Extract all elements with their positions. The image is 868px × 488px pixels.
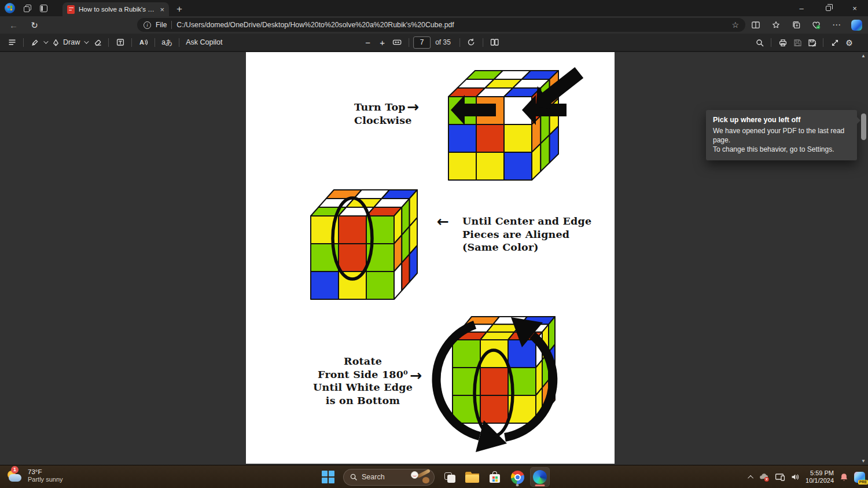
page-count-label: of 35 [435,38,451,46]
pdf-toolbar-center: − + of 35 [361,35,502,50]
new-tab-button[interactable]: + [172,2,186,16]
highlighter-tool[interactable] [28,35,49,50]
rubiks-cube-rotate [425,309,564,454]
address-bar[interactable]: i File C:/Users/domed/OneDrive/Desktop/H… [137,18,745,32]
collections-icon[interactable] [788,17,804,33]
draw-label: Draw [63,38,80,46]
maximize-button[interactable] [815,0,841,16]
draw-tool[interactable]: Draw [49,35,90,50]
taskbar-clock[interactable]: 5:59 PM 10/1/2024 [806,469,834,485]
ask-copilot-button[interactable]: Ask Copilot [183,35,225,50]
bookmark-star-icon[interactable]: ☆ [731,20,739,30]
tab-title: How to solve a Rubik's Cube.pdf [79,6,156,13]
windows-logo-icon [322,471,334,483]
copilot-icon[interactable] [849,17,865,33]
chevron-down-icon[interactable] [84,39,89,43]
workspaces-icon[interactable] [24,5,31,12]
table-of-contents-icon[interactable] [5,35,19,50]
start-button[interactable] [318,467,338,487]
pdf-label-line: Turn Top [354,101,412,114]
close-button[interactable]: × [841,0,868,16]
chrome-button[interactable] [507,467,527,487]
edge-button[interactable] [530,467,550,487]
right-arrow-glyph: → [410,367,422,384]
scroll-down-icon[interactable]: ▼ [859,458,868,464]
more-menu-icon[interactable]: ⋯ [829,17,844,33]
read-aloud-tool[interactable]: A [136,35,150,50]
save-as-icon[interactable] [804,35,819,50]
volume-icon[interactable] [790,472,800,482]
back-button[interactable]: ← [6,17,21,33]
vertical-tabs-icon[interactable] [40,5,47,12]
chevron-down-icon[interactable] [43,39,48,43]
refresh-button[interactable]: ↻ [27,17,42,33]
page-number-input[interactable] [413,36,431,49]
save-icon [790,35,804,50]
pdf-label-line: Front Side 180⁰ [299,368,426,381]
fullscreen-icon[interactable] [827,35,842,50]
navbar-action-icons: ⋯ [748,16,865,34]
task-view-button[interactable] [440,467,459,487]
cast-device-icon[interactable] [775,472,785,482]
clock-date: 10/1/2024 [806,477,834,485]
file-protocol-label: File [156,21,167,29]
pdf-toolbar-right: ⚙ [752,34,856,52]
minimize-button[interactable]: – [788,0,815,16]
browser-tab[interactable]: How to solve a Rubik's Cube.pdf × [62,2,169,16]
tooltip-title: Pick up where you left off [713,115,850,124]
pdf-favicon [67,5,75,14]
url-text[interactable]: C:/Users/domed/OneDrive/Desktop/How%20to… [176,21,727,29]
notification-bell-icon[interactable] [839,472,849,482]
pdf-page: Turn TopClockwise → ← Until Center and E… [246,52,615,464]
tab-close-icon[interactable]: × [160,6,164,13]
clock-time: 5:59 PM [806,469,834,478]
fit-to-width-button[interactable] [389,35,404,50]
page-view-button[interactable] [487,35,502,50]
taskbar-center: Search [318,465,550,488]
zoom-in-button[interactable]: + [375,35,389,50]
translate-tool[interactable]: aあ [159,35,175,50]
browser-essentials-icon[interactable] [808,17,824,33]
file-explorer-button[interactable] [462,467,482,487]
microsoft-store-button[interactable] [485,467,505,487]
pdf-label-line: (Same Color) [462,241,591,254]
onedrive-error-icon[interactable] [759,472,770,482]
pdf-label-line: Pieces are Aligned [462,228,591,241]
scrollbar[interactable]: ▲ ▼ [859,52,868,465]
hidden-icons-chevron[interactable] [748,475,753,480]
browser-titlebar: How to solve a Rubik's Cube.pdf × + – × [0,0,868,16]
add-text-tool[interactable] [113,35,127,50]
rotate-button[interactable] [464,35,479,50]
search-label: Search [362,473,407,481]
scrollbar-thumb[interactable] [861,113,866,140]
tooltip-line1: We have opened your PDF to the last read… [713,126,850,145]
search-icon [350,473,358,481]
pdf-label-line: Rotate [299,355,426,368]
split-screen-icon[interactable] [748,17,763,33]
pdf-toolbar-left: Draw A aあ Ask Copilot [5,35,225,50]
site-info-icon[interactable]: i [144,21,151,29]
notification-count-badge: 1 [11,466,19,474]
tooltip-line2: To change this behavior, go to Settings. [713,145,850,154]
scroll-up-icon[interactable]: ▲ [859,53,868,58]
pdf-viewer: Turn TopClockwise → ← Until Center and E… [0,52,868,465]
desktop-screen: How to solve a Rubik's Cube.pdf × + – × … [0,0,868,488]
favorites-icon[interactable] [768,17,784,33]
instruction-text-turn-top: Turn TopClockwise [354,101,412,127]
print-icon[interactable] [775,35,790,50]
copilot-tray-icon[interactable]: PRE [854,472,865,483]
weather-widget[interactable]: 1 73°F Partly sunny [6,467,63,485]
pre-badge: PRE [858,480,868,485]
pdf-label-line: Until White Edge [299,381,426,394]
right-arrow-glyph: → [407,98,419,115]
eraser-tool[interactable] [90,35,104,50]
partly-sunny-icon: 1 [6,467,23,485]
edge-icon [533,470,547,484]
search-document-icon[interactable] [752,35,767,50]
windows-app-icon[interactable] [5,3,15,13]
settings-gear-icon[interactable]: ⚙ [842,35,856,50]
chrome-icon [511,471,524,484]
pdf-label-line: Until Center and Edge [462,215,591,228]
taskbar-search[interactable]: Search [343,469,435,486]
zoom-out-button[interactable]: − [361,35,375,50]
